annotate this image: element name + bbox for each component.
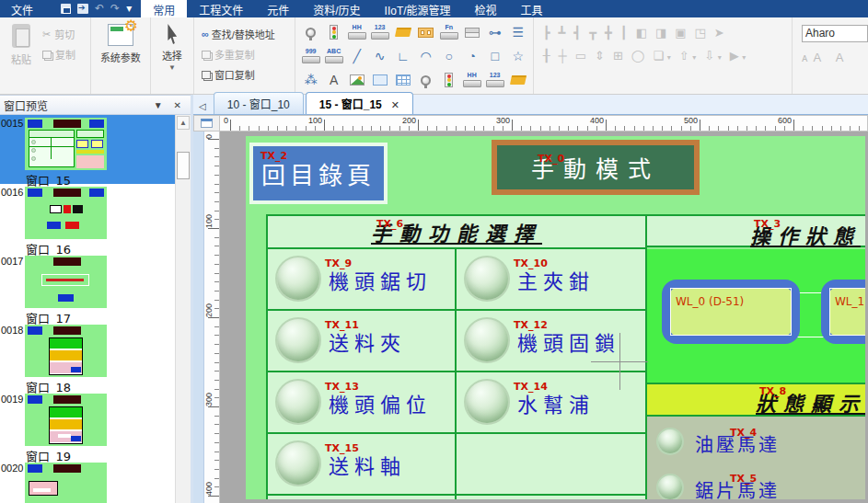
window-preview-item-0018[interactable]: 0018窗口_18 — [0, 322, 175, 391]
function-cell[interactable]: 送料軸TX_15 — [268, 434, 457, 494]
table-grid-icon[interactable] — [391, 68, 414, 92]
lamp-sphere[interactable] — [464, 379, 510, 425]
arrange-icon-4[interactable]: ⇕ — [595, 50, 605, 62]
save-icon[interactable] — [61, 4, 71, 14]
window-thumbnail[interactable] — [25, 325, 107, 377]
slider-icon[interactable] — [460, 20, 483, 44]
lamp-sphere[interactable] — [275, 379, 321, 425]
select-dropdown-icon[interactable]: ▼ — [168, 63, 176, 72]
ascii-input-icon[interactable]: ABC — [322, 44, 345, 68]
align-icon-10[interactable]: ◳ — [695, 27, 706, 39]
window-thumbnail[interactable] — [25, 463, 107, 503]
arrange-icon-6[interactable]: ◯ — [631, 50, 645, 62]
document-tab-1[interactable]: 10 - 窗口_10 — [214, 92, 304, 114]
toggle2-icon[interactable] — [506, 68, 529, 92]
file-menu[interactable]: 文件 — [0, 0, 44, 17]
align-icon-7[interactable]: ◧ — [636, 27, 647, 39]
picture-icon[interactable] — [345, 68, 368, 92]
lamp-sphere[interactable] — [275, 256, 321, 302]
star-icon[interactable]: ☆ — [506, 44, 529, 68]
align-icon-4[interactable]: ┳ — [589, 27, 596, 39]
align-icon-6[interactable]: ┃ — [620, 27, 628, 39]
menu-tab-2[interactable]: 工程文件 — [187, 0, 255, 17]
arrange-icon-7[interactable]: ❏ ▾ — [653, 50, 670, 62]
window-thumbnail[interactable] — [25, 394, 107, 446]
window-copy-button[interactable]: 窗口复制 — [202, 67, 275, 82]
filled-rect-icon[interactable] — [368, 68, 391, 92]
arrange-icon-3[interactable]: ▭ — [575, 50, 586, 62]
multi-copy-button[interactable]: 多重复制 — [202, 47, 275, 62]
bit-lamp-icon[interactable] — [299, 20, 322, 44]
combo-button-icon[interactable] — [414, 20, 437, 44]
align-icon-3[interactable]: ┫ — [573, 27, 581, 39]
window-thumbnail[interactable] — [25, 187, 107, 239]
arrange-icon-5[interactable]: ⊞ — [613, 50, 623, 62]
word-lamp-0[interactable]: WL_0 (D-51) — [662, 280, 800, 344]
lamp-sphere[interactable] — [464, 256, 510, 302]
option-list-icon[interactable]: ☰ — [506, 20, 529, 44]
ruler-corner[interactable] — [193, 115, 220, 131]
menu-tab-3[interactable]: 元件 — [255, 0, 301, 17]
font-family-select[interactable]: Aharo — [802, 25, 868, 42]
function-cell[interactable]: 機頭鋸切TX_9 — [268, 249, 457, 309]
toggle-switch-icon[interactable] — [391, 20, 414, 44]
lamp-sphere[interactable] — [275, 317, 321, 363]
design-canvas[interactable]: 回目錄頁 TX_2 手動模式 TX_0 手動功能選擇 TX_6 機頭鋸切TX_9… — [220, 131, 868, 503]
menu-tab-4[interactable]: 资料/历史 — [301, 0, 372, 17]
window-preview-item-0020[interactable]: 0020窗口_20 — [0, 460, 175, 503]
lamp-sphere[interactable] — [464, 317, 510, 363]
arrange-icon-10[interactable]: ▶ ▾ — [730, 50, 746, 62]
function-cell[interactable] — [457, 434, 645, 494]
return-menu-button-object[interactable]: 回目錄頁 TX_2 — [253, 146, 384, 200]
menu-tab-5[interactable]: IIoT/能源管理 — [373, 0, 463, 17]
align-icon-9[interactable]: ▣ — [675, 27, 686, 39]
numeric-input-icon[interactable]: 999 — [299, 44, 322, 68]
design-window-15[interactable]: 回目錄頁 TX_2 手動模式 TX_0 手動功能選擇 TX_6 機頭鋸切TX_9… — [246, 136, 865, 499]
word-lamp-1[interactable]: WL_1 (D — [821, 280, 865, 344]
arrange-icon-2[interactable]: ┼ — [559, 50, 567, 62]
find-replace-button[interactable]: ∞查找/替换地址 — [202, 27, 275, 41]
pipe-icon[interactable]: ⊶ — [483, 20, 506, 44]
paste-button[interactable]: 粘贴 — [0, 17, 42, 94]
align-icon-1[interactable]: ┣ — [543, 27, 550, 39]
copy-button[interactable]: 复制 — [42, 47, 75, 62]
document-tab-2[interactable]: 15 - 窗口_15✕ — [306, 92, 413, 114]
window-preview-item-0016[interactable]: 0016窗口_16 — [0, 184, 175, 253]
circle-icon[interactable]: ○ — [437, 44, 460, 68]
align-icon-5[interactable]: ╋ — [605, 27, 612, 39]
arrange-icon-9[interactable]: ⇩ ▾ — [704, 50, 722, 62]
function-cell[interactable] — [457, 496, 645, 499]
arrange-icon-8[interactable]: ⇧ ▾ — [679, 50, 697, 62]
window-preview-item-0015[interactable]: 0015窗口_15 — [0, 115, 175, 184]
system-parameters-button[interactable]: 系统参数 — [91, 17, 150, 94]
word-lamp2-icon[interactable] — [437, 68, 460, 92]
function-cell[interactable] — [268, 496, 457, 499]
window-preview-item-0017[interactable]: 0017窗口_17 — [0, 253, 175, 322]
panel-scrollbar[interactable]: ▲ — [175, 115, 191, 503]
undo-icon[interactable]: ↶ — [95, 0, 104, 17]
window-preview-item-0019[interactable]: 0019窗口_19 — [0, 391, 175, 460]
arrange-icon-1[interactable]: ╂ — [543, 50, 550, 62]
menu-tab-7[interactable]: 工具 — [509, 0, 555, 17]
bit-lamp2-icon[interactable] — [414, 68, 437, 92]
align-icon-2[interactable]: ┻ — [559, 27, 566, 39]
set-word2-icon[interactable]: 123 — [483, 68, 506, 92]
function-cell[interactable]: 主夾鉗TX_10 — [457, 249, 645, 309]
rays-icon[interactable]: ⁂ — [299, 68, 322, 92]
panel-collapse-icon[interactable]: ▼ — [148, 100, 168, 110]
function-cell[interactable]: 機頭偏位TX_13 — [268, 372, 457, 432]
scrollbar-up-icon[interactable]: ▲ — [177, 116, 190, 130]
polyline-icon[interactable]: ∟ — [391, 44, 414, 68]
rectangle-icon[interactable]: □ — [483, 44, 506, 68]
set-bit-icon[interactable]: HH — [345, 20, 368, 44]
pie-icon[interactable]: ◔ — [460, 44, 483, 68]
function-cell[interactable]: 送料夾TX_11 — [268, 311, 457, 371]
cut-button[interactable]: ✂剪切 — [42, 27, 75, 41]
word-lamp-icon[interactable] — [322, 20, 345, 44]
text-icon[interactable]: A — [322, 68, 345, 92]
menu-tab-1[interactable]: 常用 — [141, 0, 187, 17]
function-key-icon[interactable]: Fn — [437, 20, 460, 44]
customize-toolbar-icon[interactable]: ▾ — [126, 0, 132, 17]
tab-close-icon[interactable]: ✕ — [391, 99, 399, 110]
align-icon-11[interactable]: ➤ — [714, 27, 724, 39]
